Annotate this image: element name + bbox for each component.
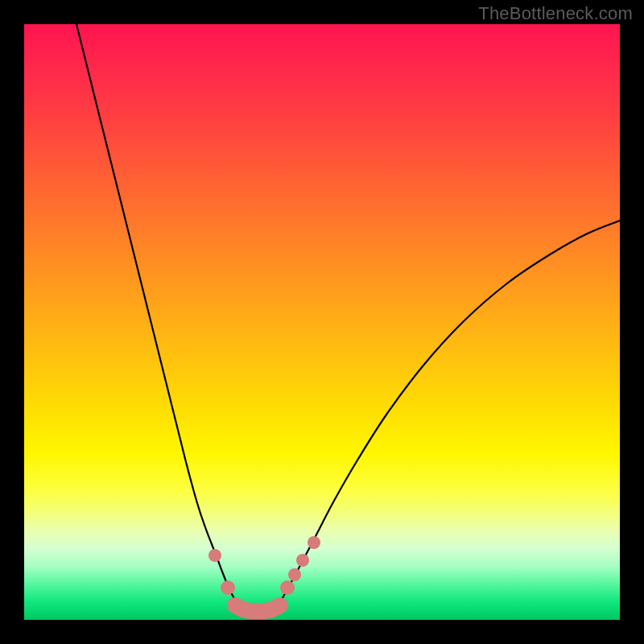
dot-group xyxy=(208,536,320,595)
curve-left-branch xyxy=(76,24,243,612)
attribution-text: TheBottleneck.com xyxy=(478,3,633,24)
chart-svg xyxy=(24,24,620,620)
data-dot xyxy=(308,536,320,549)
trough-sausage xyxy=(235,605,280,611)
data-dot xyxy=(221,580,235,595)
chart-frame: TheBottleneck.com xyxy=(0,0,644,644)
data-dot xyxy=(208,549,221,562)
data-dot xyxy=(296,554,309,567)
data-dot xyxy=(288,568,301,581)
curve-right-branch xyxy=(274,221,620,612)
data-dot xyxy=(280,580,295,595)
plot-area xyxy=(24,24,620,620)
